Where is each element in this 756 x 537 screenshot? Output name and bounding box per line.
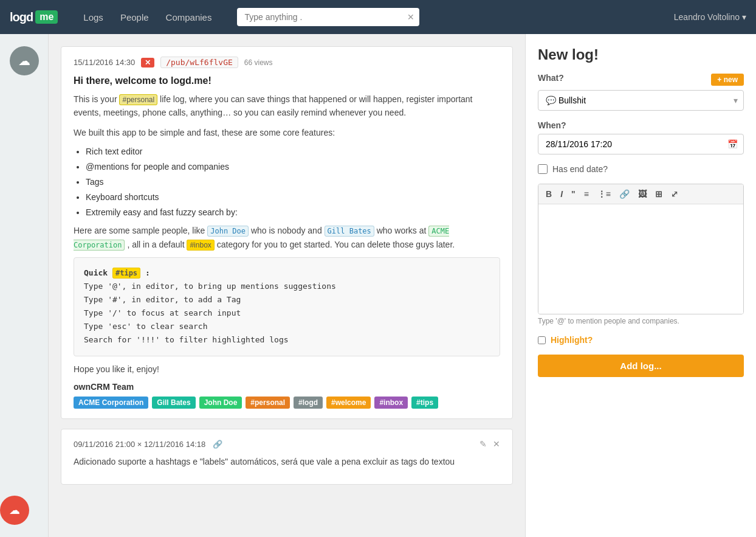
when-label: When? <box>538 120 744 130</box>
left-sidebar: ☁ ☁ <box>0 34 49 537</box>
tag-badge-0[interactable]: ACME Corporation <box>74 397 148 409</box>
tag-badge-1[interactable]: Gill Bates <box>152 397 195 409</box>
toolbar-bold[interactable]: B <box>542 187 555 201</box>
content-area: 15/11/2016 14:30 ✕ /pub/wLf6flvGE 66 vie… <box>49 34 525 537</box>
editor-toolbar: B I " ≡ ⋮≡ 🔗 🖼 ⊞ ⤢ <box>538 184 743 204</box>
code-block: Quick #tips : Type '@', in editor, to br… <box>74 257 500 356</box>
log-header-2: 09/11/2016 21:00 × 12/11/2016 14:18 🔗 ✎ … <box>74 439 500 449</box>
log-views: 66 views <box>244 58 273 67</box>
log-title-1: Hi there, welcome to logd.me! <box>74 75 500 86</box>
link-icon[interactable]: 🔗 <box>213 440 222 449</box>
log-tags: ACME Corporation Gill Bates John Doe #pe… <box>74 397 500 409</box>
tip-3: Type 'esc' to clear search <box>84 322 208 331</box>
toolbar-link[interactable]: 🔗 <box>616 187 633 201</box>
toolbar-quote[interactable]: " <box>568 187 579 201</box>
log-author: ownCRM Team <box>74 382 500 392</box>
dropdown-arrow-icon: ▾ <box>742 12 746 22</box>
log-date-1: 15/11/2016 14:30 <box>74 58 135 67</box>
has-end-date-checkbox[interactable] <box>538 164 548 174</box>
log-sample-text: Here are some sample people, like John D… <box>74 224 500 251</box>
code-title: Quick #tips : <box>84 268 150 277</box>
log-card-1: 15/11/2016 14:30 ✕ /pub/wLf6flvGE 66 vie… <box>61 46 513 419</box>
toolbar-table[interactable]: ⊞ <box>651 187 666 201</box>
log-text-2: Adicionado suporte a hashtags e "labels"… <box>74 455 500 468</box>
tag-badge-7[interactable]: #tips <box>411 397 438 409</box>
description-editor[interactable] <box>538 204 743 314</box>
editor-wrap: B I " ≡ ⋮≡ 🔗 🖼 ⊞ ⤢ <box>538 184 744 314</box>
tip-1: Type '#', in editor, to add a Tag <box>84 295 241 304</box>
what-group: What? + new 💬 Bullshit Meeting Phone Cal… <box>538 73 744 111</box>
panel-title: New log! <box>538 46 744 63</box>
log-path: /pub/wLf6flvGE <box>160 57 238 68</box>
search-clear-icon[interactable]: ✕ <box>407 12 414 22</box>
search-wrap: ✕ <box>237 8 419 26</box>
mention-gill-bates[interactable]: Gill Bates <box>325 226 374 237</box>
log-actions-2: ✎ ✕ <box>479 439 500 449</box>
tip-2: Type '/' to focus at search input <box>84 308 241 317</box>
tag-badge-3[interactable]: #personal <box>246 397 290 409</box>
edit-icon[interactable]: ✎ <box>479 439 487 449</box>
toolbar-image[interactable]: 🖼 <box>634 187 650 201</box>
log-date-2-wrap: 09/11/2016 21:00 × 12/11/2016 14:18 🔗 <box>74 439 222 449</box>
features-list: Rich text editor @mentions for people an… <box>86 145 500 219</box>
toolbar-ul[interactable]: ≡ <box>580 187 593 201</box>
tag-badge-6[interactable]: #inbox <box>374 397 408 409</box>
nav-people[interactable]: People <box>113 9 156 26</box>
list-item: Rich text editor <box>86 145 500 158</box>
sidebar-avatar-bottom[interactable]: ☁ <box>0 496 29 525</box>
what-label: What? <box>538 73 564 83</box>
right-panel: New log! What? + new 💬 Bullshit Meeting … <box>525 34 756 537</box>
tag-badge-4[interactable]: #logd <box>294 397 323 409</box>
brand[interactable]: logd me <box>10 10 58 24</box>
log-intro: This is your #personal life log, where y… <box>74 92 500 120</box>
toolbar-fullscreen[interactable]: ⤢ <box>667 187 682 201</box>
search-input[interactable] <box>237 8 419 26</box>
new-button[interactable]: + new <box>711 74 744 86</box>
delete-icon[interactable]: ✕ <box>493 439 500 449</box>
main-layout: ☁ ☁ 15/11/2016 14:30 ✕ /pub/wLf6flvGE 66… <box>0 34 756 537</box>
tip-4: Search for '!!!' to filter highlighted l… <box>84 335 289 344</box>
user-menu[interactable]: Leandro Voltolino ▾ <box>674 12 746 22</box>
sidebar-avatar-top[interactable]: ☁ <box>10 46 39 75</box>
brand-me: me <box>35 10 58 24</box>
when-group: When? 📅 <box>538 120 744 154</box>
add-log-button[interactable]: Add log... <box>538 355 744 377</box>
navbar: logd me Logs People Companies ✕ Leandro … <box>0 0 756 34</box>
list-item: @mentions for people and companies <box>86 161 500 173</box>
list-item: Tags <box>86 176 500 189</box>
user-name: Leandro Voltolino <box>674 12 740 22</box>
nav-companies[interactable]: Companies <box>159 9 219 26</box>
description-group: B I " ≡ ⋮≡ 🔗 🖼 ⊞ ⤢ Type '@' to mention p… <box>538 184 744 325</box>
tag-badge-5[interactable]: #welcome <box>326 397 371 409</box>
list-item: Keyboard shortcuts <box>86 191 500 204</box>
highlight-wrap: Highlight? <box>538 335 744 345</box>
list-item: Extremily easy and fast fuzzy search by: <box>86 206 500 219</box>
log-closing: Hope you like it, enjoy! <box>74 362 500 376</box>
has-end-date-wrap: Has end date? <box>538 164 744 174</box>
tag-badge-2[interactable]: John Doe <box>199 397 242 409</box>
mention-john-doe[interactable]: John Doe <box>207 226 249 237</box>
when-input[interactable] <box>538 134 744 154</box>
log-para2: We built this app to be simple and fast,… <box>74 126 500 139</box>
log-footer-1: Hope you like it, enjoy! ownCRM Team ACM… <box>74 362 500 409</box>
log-header-1: 15/11/2016 14:30 ✕ /pub/wLf6flvGE 66 vie… <box>74 57 500 68</box>
tag-tips-inline[interactable]: #tips <box>112 268 140 279</box>
editor-hint: Type '@' to mention people and companies… <box>538 317 744 325</box>
highlight-checkbox[interactable] <box>538 336 546 344</box>
when-input-wrap: 📅 <box>538 134 744 154</box>
tag-personal[interactable]: #personal <box>119 94 157 105</box>
brand-logd: logd <box>10 10 33 24</box>
tag-inbox[interactable]: #inbox <box>187 240 214 251</box>
nav-logs[interactable]: Logs <box>76 9 111 26</box>
what-select-wrap: 💬 Bullshit Meeting Phone Call Email Task… <box>538 90 744 111</box>
log-badge-x[interactable]: ✕ <box>141 58 154 68</box>
has-end-date-label: Has end date? <box>552 164 608 174</box>
toolbar-italic[interactable]: I <box>557 187 566 201</box>
what-select[interactable]: 💬 Bullshit Meeting Phone Call Email Task <box>538 90 744 111</box>
tip-0: Type '@', in editor, to bring up mention… <box>84 282 336 291</box>
toolbar-ol[interactable]: ⋮≡ <box>594 187 614 201</box>
log-date-2: 09/11/2016 21:00 × 12/11/2016 14:18 <box>74 440 205 449</box>
log-card-2: 09/11/2016 21:00 × 12/11/2016 14:18 🔗 ✎ … <box>61 429 513 485</box>
nav-links: Logs People Companies <box>76 9 219 26</box>
highlight-label: Highlight? <box>551 335 593 345</box>
